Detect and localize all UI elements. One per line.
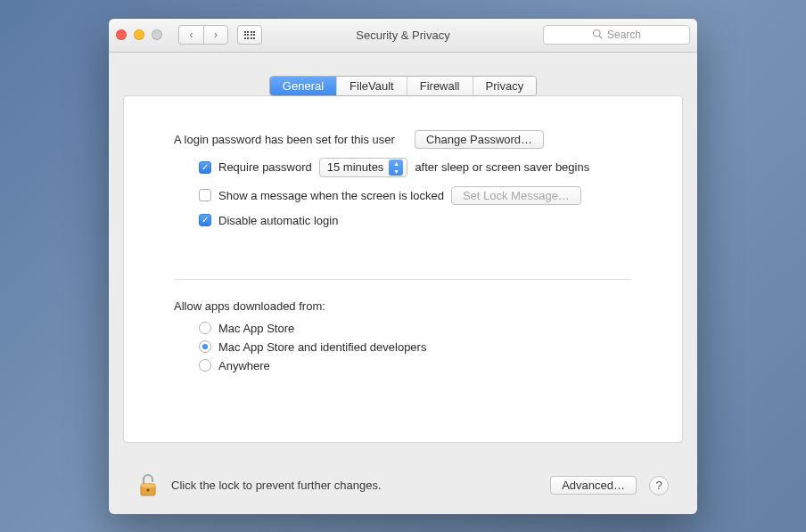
allow-apps-anywhere-radio[interactable] [199, 359, 211, 372]
forward-button[interactable]: › [203, 25, 228, 45]
advanced-button[interactable]: Advanced… [550, 476, 637, 495]
chevron-right-icon: › [214, 29, 218, 41]
preferences-window: ‹ › Security & Privacy Search General [109, 19, 697, 514]
close-window-button[interactable] [116, 29, 127, 40]
allow-apps-mas-dev-label: Mac App Store and identified developers [218, 340, 426, 354]
allow-apps-anywhere-label: Anywhere [218, 359, 270, 372]
back-button[interactable]: ‹ [178, 25, 203, 45]
zoom-window-button[interactable] [152, 29, 162, 40]
lock-icon[interactable] [137, 473, 159, 498]
tab-filevault[interactable]: FileVault [337, 77, 407, 95]
svg-line-1 [599, 36, 602, 38]
disable-auto-login-checkbox[interactable]: ✓ [199, 214, 211, 226]
search-icon [592, 29, 603, 42]
require-password-delay-select[interactable]: 15 minutes ▲▼ [319, 158, 408, 177]
question-icon: ? [655, 479, 662, 492]
allow-apps-mas-label: Mac App Store [218, 322, 294, 335]
show-lock-message-label: Show a message when the screen is locked [218, 189, 444, 202]
content-area: General FileVault Firewall Privacy A log… [109, 53, 697, 514]
require-password-label: Require password [218, 160, 312, 174]
require-password-suffix: after sleep or screen saver begins [415, 160, 589, 174]
window-controls [116, 29, 162, 40]
check-icon: ✓ [202, 216, 209, 225]
nav-back-forward: ‹ › [178, 25, 228, 45]
svg-point-0 [593, 29, 600, 37]
tab-firewall[interactable]: Firewall [407, 77, 473, 95]
set-lock-message-button[interactable]: Set Lock Message… [451, 186, 581, 205]
svg-rect-3 [141, 484, 155, 487]
allow-apps-mas-radio[interactable] [199, 322, 211, 334]
search-placeholder: Search [607, 29, 641, 41]
general-panel: A login password has been set for this u… [123, 95, 683, 443]
require-password-delay-value: 15 minutes [327, 160, 384, 174]
change-password-button[interactable]: Change Password… [415, 130, 544, 149]
minimize-window-button[interactable] [134, 29, 144, 40]
footer: Click the lock to prevent further change… [123, 461, 683, 514]
require-password-checkbox[interactable]: ✓ [199, 161, 211, 174]
stepper-icon: ▲▼ [389, 160, 403, 176]
help-button[interactable]: ? [649, 476, 669, 495]
tab-privacy[interactable]: Privacy [473, 77, 537, 95]
chevron-left-icon: ‹ [190, 29, 193, 41]
tab-general[interactable]: General [270, 77, 337, 95]
titlebar: ‹ › Security & Privacy Search [109, 19, 697, 53]
login-password-status: A login password has been set for this u… [174, 133, 395, 146]
allow-apps-heading: Allow apps downloaded from: [174, 299, 632, 313]
search-field[interactable]: Search [543, 25, 690, 45]
grid-icon [244, 31, 256, 39]
show-lock-message-checkbox[interactable] [199, 189, 211, 201]
check-icon: ✓ [202, 163, 209, 172]
allow-apps-mas-dev-radio[interactable] [199, 340, 211, 353]
tab-bar: General FileVault Firewall Privacy [123, 76, 683, 96]
section-divider [174, 279, 632, 280]
svg-point-4 [146, 488, 149, 491]
disable-auto-login-label: Disable automatic login [218, 214, 338, 227]
lock-hint-text: Click the lock to prevent further change… [171, 479, 382, 492]
show-all-button[interactable] [237, 25, 262, 45]
